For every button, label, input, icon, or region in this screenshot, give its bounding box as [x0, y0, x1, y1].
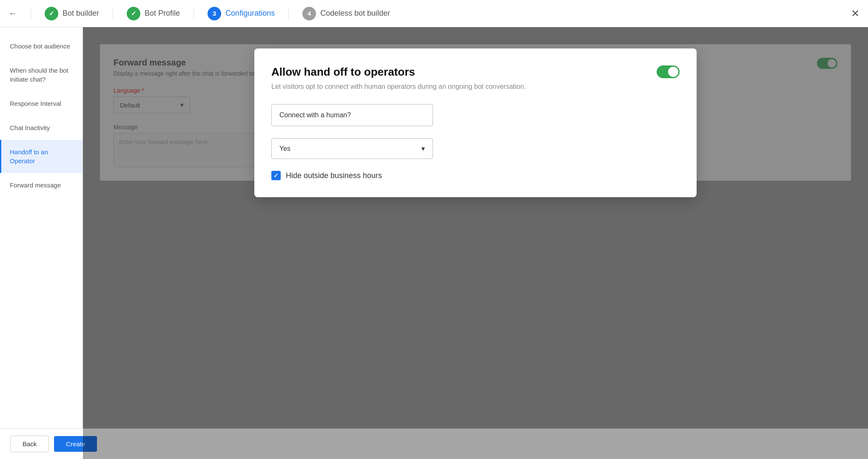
chevron-down-icon: ▾ [421, 144, 425, 153]
background-content: Forward message Display a message right … [83, 27, 868, 459]
step-icon-bot-profile: ✓ [127, 7, 140, 20]
modal: Allow hand off to operators Let visitors… [254, 48, 697, 197]
top-nav: ← ✓ Bot builder ✓ Bot Profile 3 Configur… [0, 0, 868, 27]
modal-header: Allow hand off to operators [271, 65, 680, 79]
step-icon-configurations: 3 [208, 7, 221, 20]
nav-step-codeless[interactable]: 4 Codeless bot builder [302, 7, 390, 20]
main-area: Choose bot audience When should the bot … [0, 27, 868, 459]
modal-overlay: Allow hand off to operators Let visitors… [83, 27, 868, 459]
sidebar-item-forward-message[interactable]: Forward message [0, 173, 83, 197]
back-nav-button[interactable]: ← [9, 8, 17, 18]
hide-outside-business-row: Hide outside business hours [271, 171, 680, 180]
step-icon-bot-builder: ✓ [45, 7, 58, 20]
step-icon-codeless: 4 [302, 7, 316, 20]
hide-outside-business-label: Hide outside business hours [286, 171, 382, 180]
back-arrow-icon: ← [9, 8, 17, 18]
yes-dropdown[interactable]: Yes ▾ [271, 138, 433, 159]
nav-step-label-configurations: Configurations [225, 9, 275, 18]
nav-step-bot-profile[interactable]: ✓ Bot Profile [127, 7, 180, 20]
sidebar-item-when-should-bot[interactable]: When should the bot initiate chat? [0, 58, 83, 91]
modal-subtitle: Let visitors opt to connect with human o… [271, 83, 680, 91]
hide-outside-business-checkbox[interactable] [271, 171, 281, 180]
connect-with-human-input[interactable] [271, 104, 433, 126]
sidebar-item-chat-inactivity[interactable]: Chat Inactivity [0, 116, 83, 140]
sidebar-item-choose-bot-audience[interactable]: Choose bot audience [0, 34, 83, 58]
yes-dropdown-value: Yes [279, 145, 290, 153]
sidebar: Choose bot audience When should the bot … [0, 27, 83, 459]
nav-step-label-codeless: Codeless bot builder [320, 9, 390, 18]
sidebar-item-handoff-operator[interactable]: Handoff to an Operator [0, 140, 83, 173]
nav-divider-2 [113, 7, 113, 20]
nav-divider-1 [31, 7, 31, 20]
close-button[interactable]: ✕ [851, 8, 859, 20]
nav-step-configurations[interactable]: 3 Configurations [208, 7, 275, 20]
nav-divider-3 [194, 7, 194, 20]
nav-step-label-bot-builder: Bot builder [63, 9, 99, 18]
allow-handoff-toggle[interactable] [657, 65, 680, 78]
nav-step-label-bot-profile: Bot Profile [145, 9, 180, 18]
back-button[interactable]: Back [10, 436, 49, 452]
modal-title: Allow hand off to operators [271, 65, 415, 79]
nav-divider-4 [288, 7, 289, 20]
nav-step-bot-builder[interactable]: ✓ Bot builder [45, 7, 99, 20]
sidebar-item-response-interval[interactable]: Response Interval [0, 91, 83, 116]
